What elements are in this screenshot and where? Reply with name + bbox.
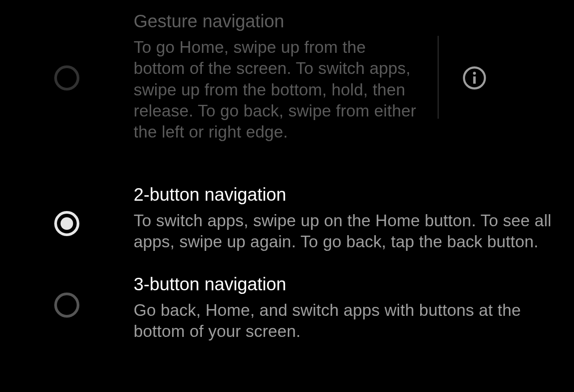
option-description: To go Home, swipe up from the bottom of … [134, 37, 418, 143]
option-description: Go back, Home, and switch apps with butt… [134, 300, 561, 342]
option-text: 3-button navigation Go back, Home, and s… [134, 273, 574, 342]
option-gesture-navigation[interactable]: Gesture navigation To go Home, swipe up … [0, 5, 574, 179]
radio-col [0, 183, 134, 236]
option-text: 2-button navigation To switch apps, swip… [134, 183, 574, 253]
svg-rect-2 [473, 77, 476, 84]
info-icon[interactable] [462, 65, 487, 90]
option-title: 3-button navigation [134, 273, 561, 295]
option-text: Gesture navigation To go Home, swipe up … [134, 10, 431, 143]
radio-gesture[interactable] [54, 65, 79, 90]
option-description: To switch apps, swipe up on the Home but… [134, 210, 561, 253]
radio-col [0, 273, 134, 318]
option-title: Gesture navigation [134, 10, 418, 32]
option-2-button-navigation[interactable]: 2-button navigation To switch apps, swip… [0, 179, 574, 268]
option-3-button-navigation[interactable]: 3-button navigation Go back, Home, and s… [0, 268, 574, 347]
radio-3-button[interactable] [54, 293, 79, 318]
navigation-options-list: Gesture navigation To go Home, swipe up … [0, 0, 574, 346]
info-col [439, 10, 510, 90]
svg-point-1 [473, 72, 476, 75]
option-title: 2-button navigation [134, 183, 561, 206]
radio-2-button[interactable] [54, 211, 79, 236]
radio-col [0, 10, 134, 90]
